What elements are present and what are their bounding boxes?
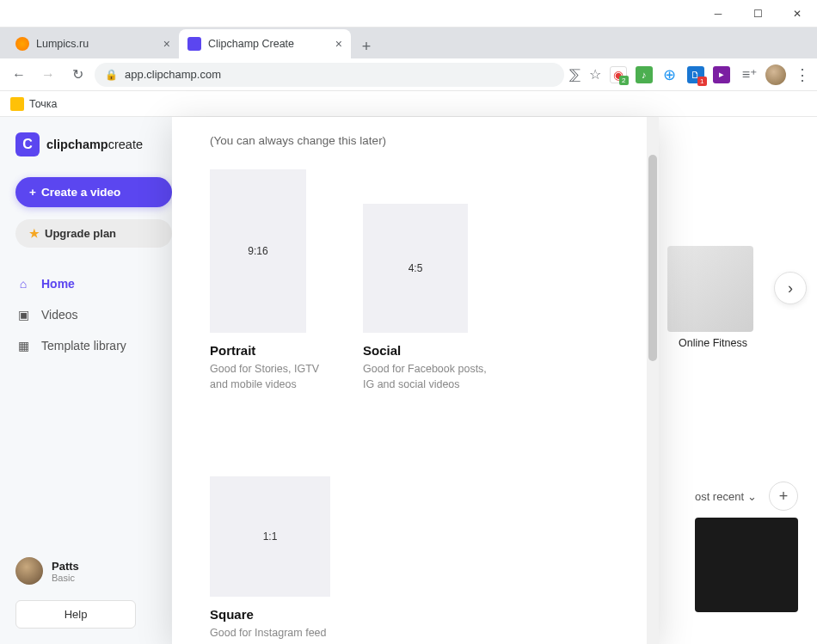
star-icon: ★ (29, 227, 40, 240)
star-icon[interactable]: ☆ (589, 66, 601, 83)
plus-icon: + (779, 488, 789, 506)
template-thumbnail (667, 246, 753, 332)
ratio-option-social[interactable]: 4:5 Social Good for Facebook posts, IG a… (363, 169, 492, 392)
window-close-button[interactable]: ✕ (777, 0, 817, 28)
favicon-icon (15, 37, 29, 51)
window-minimize-button[interactable]: ─ (698, 0, 738, 28)
add-button[interactable]: + (769, 481, 798, 511)
scrollbar-thumb[interactable] (648, 155, 657, 361)
app-logo[interactable]: C clipchampcreate (15, 132, 172, 156)
translate-icon[interactable]: ⅀ (569, 66, 580, 83)
nav-back-button[interactable]: ← (7, 63, 31, 87)
chevron-right-icon: › (788, 279, 793, 297)
ratio-description: Good for Stories, IGTV and mobile videos (210, 361, 339, 392)
logo-text: clipchampcreate (46, 138, 143, 151)
user-avatar-icon (15, 557, 43, 585)
ratio-preview: 1:1 (210, 476, 330, 597)
lock-icon: 🔒 (105, 69, 118, 81)
favicon-icon (187, 37, 201, 51)
ratio-preview: 4:5 (363, 204, 468, 333)
browser-menu-icon[interactable]: ⋮ (795, 65, 810, 84)
create-video-button[interactable]: + Create a video (15, 177, 172, 207)
url-text: app.clipchamp.com (125, 68, 221, 81)
button-label: Create a video (41, 186, 120, 199)
chevron-down-icon: ⌄ (747, 490, 757, 503)
ratio-option-portrait[interactable]: 9:16 Portrait Good for Stories, IGTV and… (210, 169, 339, 392)
address-input[interactable]: 🔒 app.clipchamp.com (95, 63, 564, 87)
ratio-title: Square (210, 607, 339, 622)
browser-tab[interactable]: Lumpics.ru × (7, 29, 179, 58)
user-tier: Basic (52, 573, 79, 583)
extension-icon[interactable]: ⊕ (661, 66, 679, 83)
nav-reload-button[interactable]: ↻ (65, 63, 89, 87)
folder-icon (10, 97, 24, 111)
ratio-title: Social (363, 343, 492, 358)
sidebar-item-videos[interactable]: ▣ Videos (15, 299, 172, 330)
app-sidebar: C clipchampcreate + Create a video ★ Upg… (0, 117, 172, 644)
reading-list-icon[interactable]: ≡⁺ (742, 66, 757, 83)
nav-label: Videos (41, 308, 78, 322)
template-icon: ▦ (15, 339, 31, 353)
template-label: Online Fitness (667, 337, 759, 349)
logo-mark-icon: C (15, 132, 40, 156)
aspect-ratio-modal: (You can always change this later) 9:16 … (172, 117, 659, 644)
user-name: Patts (52, 560, 79, 573)
ratio-description: Good for Facebook posts, IG and social v… (363, 361, 492, 392)
carousel-next-button[interactable]: › (774, 272, 807, 304)
extension-icon[interactable]: ◉2 (610, 66, 627, 83)
button-label: Upgrade plan (45, 227, 116, 240)
video-thumbnail[interactable] (695, 518, 798, 612)
nav-forward-button[interactable]: → (36, 63, 60, 87)
scrollbar-track[interactable] (647, 117, 659, 644)
tab-title: Clipchamp Create (208, 38, 294, 50)
profile-avatar[interactable] (765, 64, 786, 85)
upgrade-plan-button[interactable]: ★ Upgrade plan (15, 219, 172, 248)
plus-icon: + (29, 186, 36, 199)
new-tab-button[interactable]: + (354, 34, 378, 58)
help-button[interactable]: Help (15, 600, 136, 629)
browser-address-bar: ← → ↻ 🔒 app.clipchamp.com ⅀ ☆ ◉2 ♪ ⊕ 🗋1 … (0, 58, 817, 91)
ratio-option-square[interactable]: 1:1 Square Good for Instagram feed video… (210, 414, 339, 644)
sidebar-item-template-library[interactable]: ▦ Template library (15, 330, 172, 361)
home-icon: ⌂ (15, 277, 31, 291)
nav-label: Home (41, 277, 75, 291)
tab-close-icon[interactable]: × (335, 37, 342, 51)
ratio-title: Portrait (210, 343, 339, 358)
window-titlebar: ─ ☐ ✕ (0, 0, 817, 28)
browser-tabstrip: Lumpics.ru × Clipchamp Create × + (0, 28, 817, 58)
tab-title: Lumpics.ru (36, 38, 89, 50)
ratio-preview: 9:16 (210, 169, 306, 333)
nav-label: Template library (41, 339, 126, 353)
browser-tab-active[interactable]: Clipchamp Create × (179, 29, 351, 58)
tab-close-icon[interactable]: × (163, 37, 170, 51)
template-card[interactable]: Online Fitness (667, 246, 759, 349)
bookmarks-bar: Точка (0, 91, 817, 117)
page-content: C clipchampcreate + Create a video ★ Upg… (0, 117, 817, 644)
sidebar-item-home[interactable]: ⌂ Home (15, 268, 172, 299)
user-block[interactable]: Patts Basic (15, 550, 172, 592)
bookmark-item[interactable]: Точка (29, 98, 58, 110)
folder-icon: ▣ (15, 308, 31, 322)
sort-dropdown[interactable]: ost recent ⌄ (695, 490, 757, 503)
modal-subtitle: (You can always change this later) (210, 134, 631, 147)
window-maximize-button[interactable]: ☐ (738, 0, 777, 28)
extension-icon[interactable]: 🗋1 (687, 66, 704, 83)
extension-icons: ⅀ ☆ ◉2 ♪ ⊕ 🗋1 ▸ ≡⁺ ⋮ (569, 64, 810, 85)
ratio-description: Good for Instagram feed videos (210, 625, 339, 644)
extension-icon[interactable]: ▸ (713, 66, 730, 83)
extension-icon[interactable]: ♪ (636, 66, 653, 83)
